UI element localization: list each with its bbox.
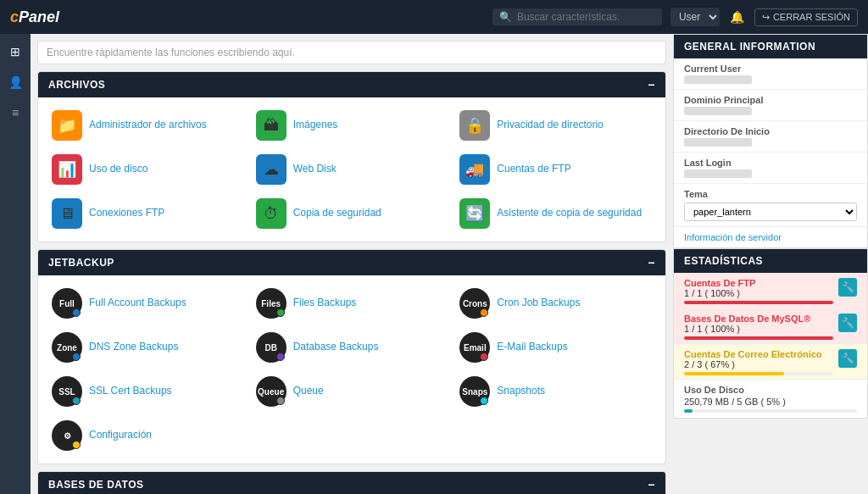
backup-wizard-icon: 🔄 — [459, 198, 490, 229]
stat-ftp-content: Cuentas De FTP 1 / 1 ( 100% ) — [684, 278, 833, 304]
stat-ftp: Cuentas De FTP 1 / 1 ( 100% ) 🔧 — [674, 273, 867, 308]
sidebar-home-icon[interactable]: ⊞ — [4, 41, 26, 63]
item-queue[interactable]: Queue Queue — [253, 374, 452, 409]
nav-actions: User 🔔 ↪ CERRAR SESIÓN — [670, 8, 858, 26]
right-sidebar: GENERAL INFORMATION Current User Dominio… — [673, 34, 868, 494]
stat-mysql: Bases De Datos De MySQL® 1 / 1 ( 100% ) … — [674, 308, 867, 344]
info-row-current-user: Current User — [674, 58, 867, 90]
item-configuracion[interactable]: ⚙ Configuración — [48, 418, 248, 453]
ftp-wrench-button[interactable]: 🔧 — [838, 278, 857, 297]
general-info-panel: GENERAL INFORMATION Current User Dominio… — [673, 34, 868, 248]
lock-icon: 🔒 — [459, 110, 490, 141]
item-uso-disco[interactable]: 📊 Uso de disco — [48, 152, 248, 187]
item-privacidad-directorio[interactable]: 🔒 Privacidad de directorio — [456, 108, 655, 143]
item-imagenes[interactable]: 🏔 Imágenes — [253, 108, 452, 143]
settings-icon: ⚙ — [52, 420, 82, 451]
item-conexiones-ftp[interactable]: 🖥 Conexiones FTP — [48, 196, 248, 231]
cron-backup-icon: Crons — [459, 288, 490, 319]
cloud-icon: ☁ — [256, 154, 287, 185]
section-jetbackup-body: Full Full Account Backups Files Files Ba… — [38, 275, 665, 463]
item-snapshots[interactable]: Snaps Snapshots — [456, 374, 655, 409]
files-backup-icon: Files — [256, 288, 287, 319]
email-progress-outer — [684, 372, 833, 375]
ftp-progress-inner — [684, 301, 833, 304]
item-email-backups[interactable]: Email E-Mail Backups — [456, 330, 655, 365]
stat-email: Cuentas De Correo Electrónico 2 / 3 ( 67… — [674, 344, 867, 380]
section-basesdedatos-header[interactable]: BASES DE DATOS − — [38, 472, 665, 494]
top-navigation: cPanel 🔍 User 🔔 ↪ CERRAR SESIÓN — [0, 0, 868, 34]
estadisticas-header: ESTADÍSTICAS — [674, 249, 867, 273]
item-web-disk[interactable]: ☁ Web Disk — [253, 152, 452, 187]
ftp-progress-outer — [684, 301, 833, 304]
item-asistente-copia[interactable]: 🔄 Asistente de copia de seguridad — [456, 196, 655, 231]
email-progress-inner — [684, 372, 784, 375]
section-basesdedatos: BASES DE DATOS − 🗄 phpMyAdmin 🗃 Bases de… — [37, 471, 666, 494]
main-layout: ⊞ 👤 ≡ Encuentre rápidamente las funcione… — [0, 34, 868, 494]
snapshots-icon: Snaps — [459, 376, 490, 407]
section-archivos-header[interactable]: ARCHIVOS − — [38, 72, 665, 97]
queue-icon: Queue — [256, 376, 287, 407]
collapse-basesdedatos-icon: − — [648, 478, 655, 491]
sidebar-user-icon[interactable]: 👤 — [4, 71, 26, 93]
bell-icon[interactable]: 🔔 — [730, 10, 744, 24]
info-row-directorio: Directorio De Inicio — [674, 121, 867, 153]
disk-stat: Uso De Disco 250,79 MB / 5 GB ( 5% ) — [674, 380, 867, 418]
item-copia-seguridad[interactable]: ⏱ Copia de seguridad — [253, 196, 452, 231]
collapse-archivos-icon: − — [648, 78, 655, 92]
item-administrador-archivos[interactable]: 📁 Administrador de archivos — [48, 108, 248, 143]
backup-icon: ⏱ — [256, 198, 287, 229]
section-jetbackup: JETBACKUP − Full Full Account Backups Fi… — [37, 249, 666, 464]
directorio-value — [684, 138, 752, 147]
section-jetbackup-header[interactable]: JETBACKUP − — [38, 250, 665, 275]
logout-icon: ↪ — [762, 12, 770, 23]
stat-email-content: Cuentas De Correo Electrónico 2 / 3 ( 67… — [684, 349, 833, 375]
section-archivos: ARCHIVOS − 📁 Administrador de archivos 🏔… — [37, 71, 666, 242]
ftp-connect-icon: 🖥 — [52, 198, 82, 229]
collapse-jetbackup-icon: − — [648, 256, 655, 269]
search-icon: 🔍 — [499, 11, 512, 23]
item-cron-backups[interactable]: Crons Cron Job Backups — [456, 286, 655, 321]
email-backup-icon: Email — [459, 332, 490, 363]
mysql-progress-inner — [684, 336, 833, 340]
ssl-backup-icon: SSL — [52, 376, 82, 407]
mysql-wrench-button[interactable]: 🔧 — [838, 314, 857, 332]
stat-mysql-content: Bases De Datos De MySQL® 1 / 1 ( 100% ) — [684, 314, 833, 340]
email-wrench-button[interactable]: 🔧 — [838, 349, 857, 368]
dns-backup-icon: Zone — [52, 332, 82, 363]
last-login-value — [684, 169, 752, 178]
info-row-last-login: Last Login — [674, 153, 867, 184]
estadisticas-panel: ESTADÍSTICAS Cuentas De FTP 1 / 1 ( 100%… — [673, 248, 868, 419]
top-search-input[interactable] — [517, 11, 619, 23]
disk-progress-outer — [684, 409, 857, 413]
current-user-value — [684, 75, 752, 84]
folder-icon: 📁 — [52, 110, 82, 141]
general-info-header: GENERAL INFORMATION — [674, 35, 867, 58]
item-ssl-backups[interactable]: SSL SSL Cert Backups — [48, 374, 248, 409]
logout-button[interactable]: ↪ CERRAR SESIÓN — [754, 8, 858, 26]
quick-search-bar[interactable]: Encuentre rápidamente las funciones escr… — [37, 41, 666, 64]
mysql-progress-outer — [684, 336, 833, 340]
disk-progress-inner — [684, 409, 693, 413]
database-backup-icon: DB — [256, 332, 287, 363]
cpanel-logo: cPanel — [10, 8, 59, 26]
sidebar-menu-icon[interactable]: ≡ — [4, 102, 26, 124]
center-content: Encuentre rápidamente las funciones escr… — [31, 34, 673, 494]
info-row-dominio: Dominio Principal — [674, 90, 867, 121]
tema-row: Tema paper_lantern — [674, 184, 867, 227]
full-backup-icon: Full — [52, 288, 82, 319]
item-full-account-backups[interactable]: Full Full Account Backups — [48, 286, 248, 321]
section-archivos-body: 📁 Administrador de archivos 🏔 Imágenes 🔒… — [38, 97, 665, 241]
ftp-icon: 🚚 — [459, 154, 490, 185]
disk-icon: 📊 — [52, 154, 82, 185]
tema-select[interactable]: paper_lantern — [684, 203, 857, 221]
item-files-backups[interactable]: Files Files Backups — [253, 286, 452, 321]
user-select[interactable]: User — [670, 8, 720, 26]
item-dns-backups[interactable]: Zone DNS Zone Backups — [48, 330, 248, 365]
item-database-backups[interactable]: DB Database Backups — [253, 330, 452, 365]
image-icon: 🏔 — [256, 110, 287, 141]
item-cuentas-ftp[interactable]: 🚚 Cuentas de FTP — [456, 152, 655, 187]
top-search-bar[interactable]: 🔍 — [492, 8, 662, 25]
dominio-value — [684, 107, 752, 115]
left-sidebar: ⊞ 👤 ≡ — [0, 34, 31, 494]
server-info-link[interactable]: Información de servidor — [674, 227, 867, 247]
